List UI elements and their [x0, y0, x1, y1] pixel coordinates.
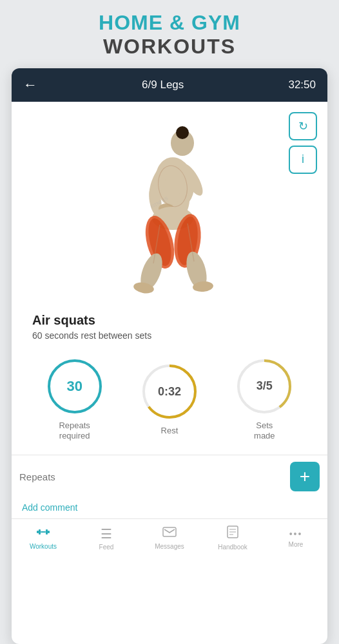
svg-point-1 — [176, 126, 189, 139]
sets-label: Sets made — [254, 421, 275, 442]
info-icon: i — [302, 153, 304, 166]
exercise-name: Air squats — [32, 313, 307, 328]
phone-frame: ← 6/9 Legs 32:50 — [12, 68, 327, 644]
refresh-button[interactable]: ↻ — [289, 112, 317, 140]
repeats-value: 30 — [66, 378, 82, 395]
stat-repeats: 30 Repeats required — [46, 357, 104, 442]
stat-rest: 0:32 Rest — [140, 363, 199, 437]
info-button[interactable]: i — [289, 146, 317, 174]
svg-rect-29 — [46, 529, 48, 535]
rest-circle: 0:32 — [140, 363, 199, 421]
messages-icon — [162, 526, 177, 541]
svg-rect-28 — [41, 531, 46, 533]
back-button[interactable]: ← — [23, 77, 37, 93]
exercise-subtitle: 60 seconds rest between sets — [32, 330, 307, 341]
add-comment-link[interactable]: Add comment — [22, 502, 77, 513]
page-title-line2: WORKOUTS — [6, 34, 333, 59]
action-buttons: ↻ i — [289, 112, 317, 174]
nav-handbook[interactable]: Handbook — [201, 519, 264, 557]
repeats-label: Repeats required — [59, 421, 90, 442]
page-header: HOME & GYM WORKOUTS — [0, 0, 339, 68]
handbook-label: Handbook — [218, 544, 247, 551]
handbook-icon — [227, 526, 238, 542]
add-icon: + — [300, 468, 310, 486]
workouts-icon — [36, 526, 50, 541]
nav-feed[interactable]: ☰ Feed — [75, 519, 138, 557]
bottom-nav: Workouts ☰ Feed Messages — [12, 518, 327, 557]
sets-value: 3/5 — [257, 379, 273, 393]
repeats-input[interactable] — [19, 471, 284, 482]
workouts-label: Workouts — [30, 543, 57, 550]
svg-rect-26 — [37, 531, 39, 533]
svg-rect-27 — [39, 529, 41, 535]
stats-row: 30 Repeats required 0:32 — [22, 347, 317, 455]
add-button[interactable]: + — [290, 462, 320, 491]
rest-value: 0:32 — [158, 385, 181, 399]
exercise-info: Air squats 60 seconds rest between sets — [22, 305, 317, 347]
input-row: + — [12, 455, 327, 498]
svg-rect-30 — [48, 531, 50, 533]
workout-timer: 32:50 — [288, 79, 316, 91]
repeats-circle: 30 — [46, 357, 104, 415]
nav-messages[interactable]: Messages — [138, 519, 201, 557]
exercise-figure: FITNESS — [99, 118, 240, 299]
feed-label: Feed — [99, 544, 114, 551]
refresh-icon: ↻ — [298, 119, 308, 133]
sets-circle: 3/5 — [235, 357, 293, 415]
svg-rect-31 — [163, 527, 176, 536]
more-icon: ••• — [289, 529, 303, 539]
feed-icon: ☰ — [101, 526, 112, 542]
nav-workouts[interactable]: Workouts — [12, 519, 75, 557]
exercise-content: FITNESS ↻ i Air squats 60 seconds rest b… — [12, 102, 327, 455]
workout-title: 6/9 Legs — [142, 79, 184, 91]
nav-more[interactable]: ••• More — [264, 519, 327, 557]
header-bar: ← 6/9 Legs 32:50 — [12, 68, 327, 102]
comment-area: Add comment — [12, 498, 327, 518]
stat-sets: 3/5 Sets made — [235, 357, 293, 442]
page-title-line1: HOME & GYM — [6, 12, 333, 34]
more-label: More — [289, 541, 304, 548]
messages-label: Messages — [155, 543, 184, 550]
rest-label: Rest — [161, 426, 179, 437]
exercise-image-area: FITNESS ↻ i — [22, 112, 317, 305]
